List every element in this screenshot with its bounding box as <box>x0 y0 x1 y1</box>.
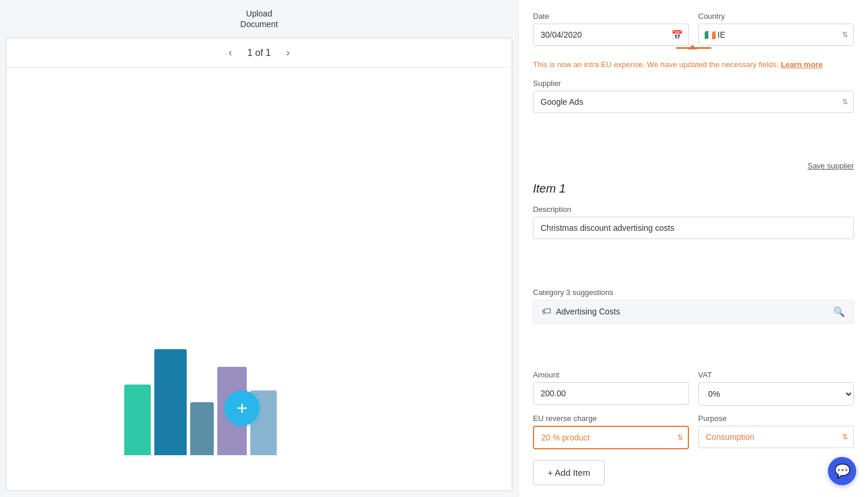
description-input[interactable] <box>533 217 854 239</box>
calendar-icon[interactable]: 📅 <box>671 29 683 41</box>
amount-input[interactable] <box>533 382 689 405</box>
eu-reverse-charge-label: EU reverse charge <box>533 414 689 423</box>
prev-page-button[interactable]: ‹ <box>225 45 236 60</box>
eu-reverse-charge-wrapper: 20 % product 0% ⇅ <box>533 426 689 449</box>
country-select-wrapper: 🇮🇪 IE GB DE FR ⇅ <box>698 24 854 46</box>
category-group: Category 3 suggestions 🏷 Advertising Cos… <box>533 288 854 363</box>
description-label: Description <box>533 205 854 214</box>
date-label: Date <box>533 12 689 21</box>
amount-vat-row: Amount VAT 0% 5% 20% <box>533 370 854 406</box>
pagination-bar: ‹ 1 of 1 › <box>6 38 512 68</box>
supplier-group: Supplier Google Ads Facebook Ads ⇅ <box>533 79 854 154</box>
tag-icon: 🏷 <box>542 306 551 317</box>
document-content: + <box>6 68 512 491</box>
orange-divider <box>676 47 711 49</box>
eu-reverse-charge-group: EU reverse charge 20 % product 0% ⇅ <box>533 414 689 449</box>
chat-button[interactable]: 💬 <box>828 457 856 485</box>
country-select[interactable]: IE GB DE FR <box>698 24 854 46</box>
country-group: Country 🇮🇪 IE GB DE FR ⇅ <box>698 12 854 46</box>
supplier-label: Supplier <box>533 79 854 88</box>
save-supplier-button[interactable]: Save supplier <box>807 161 854 170</box>
category-left: 🏷 Advertising Costs <box>542 306 620 317</box>
date-group: Date 📅 <box>533 12 689 46</box>
chart-bar <box>190 402 214 455</box>
amount-label: Amount <box>533 370 689 379</box>
add-document-button[interactable]: + <box>224 390 260 426</box>
intra-eu-notice: This is now an intra EU expense. We have… <box>533 59 854 71</box>
date-country-row: Date 📅 Country 🇮🇪 IE GB DE FR ⇅ <box>533 12 854 46</box>
plus-icon: + <box>237 399 248 418</box>
eu-purpose-row: EU reverse charge 20 % product 0% ⇅ Purp… <box>533 414 854 449</box>
next-page-button[interactable]: › <box>283 45 293 60</box>
upload-document-button[interactable]: Upload Document <box>6 6 512 32</box>
country-flag: 🇮🇪 <box>704 29 716 41</box>
purpose-select[interactable]: Consumption Mixed Business <box>698 426 854 448</box>
pagination-text: 1 of 1 <box>247 48 271 58</box>
category-suggestion-item[interactable]: 🏷 Advertising Costs 🔍 <box>533 300 854 324</box>
category-suggestions-label: Category 3 suggestions <box>533 288 854 297</box>
learn-more-link[interactable]: Learn more <box>781 60 823 69</box>
supplier-select[interactable]: Google Ads Facebook Ads <box>533 91 854 113</box>
date-input-wrapper: 📅 <box>533 24 689 46</box>
add-item-button[interactable]: + Add Item <box>533 460 605 485</box>
purpose-group: Purpose Consumption Mixed Business ⇅ <box>698 414 854 449</box>
eu-reverse-charge-select[interactable]: 20 % product 0% <box>533 426 689 449</box>
vat-select[interactable]: 0% 5% 20% <box>698 382 854 406</box>
save-supplier-row: Save supplier <box>533 161 854 170</box>
document-viewer: ‹ 1 of 1 › + <box>6 38 512 491</box>
chart-bar <box>154 349 187 455</box>
left-panel: Upload Document ‹ 1 of 1 › + <box>0 0 518 497</box>
amount-group: Amount <box>533 370 689 406</box>
purpose-label: Purpose <box>698 414 854 423</box>
chart-bar <box>124 385 151 455</box>
vat-group: VAT 0% 5% 20% <box>698 370 854 406</box>
item-header: Item 1 <box>533 182 854 196</box>
supplier-select-wrapper: Google Ads Facebook Ads ⇅ <box>533 91 854 113</box>
search-icon: 🔍 <box>833 306 845 317</box>
description-group: Description <box>533 205 854 280</box>
category-name-text: Advertising Costs <box>556 307 620 316</box>
country-label: Country <box>698 12 854 21</box>
right-panel: Date 📅 Country 🇮🇪 IE GB DE FR ⇅ <box>518 0 868 497</box>
date-input[interactable] <box>533 24 689 46</box>
chat-icon: 💬 <box>834 463 850 479</box>
purpose-select-wrapper: Consumption Mixed Business ⇅ <box>698 426 854 448</box>
vat-label: VAT <box>698 370 854 379</box>
